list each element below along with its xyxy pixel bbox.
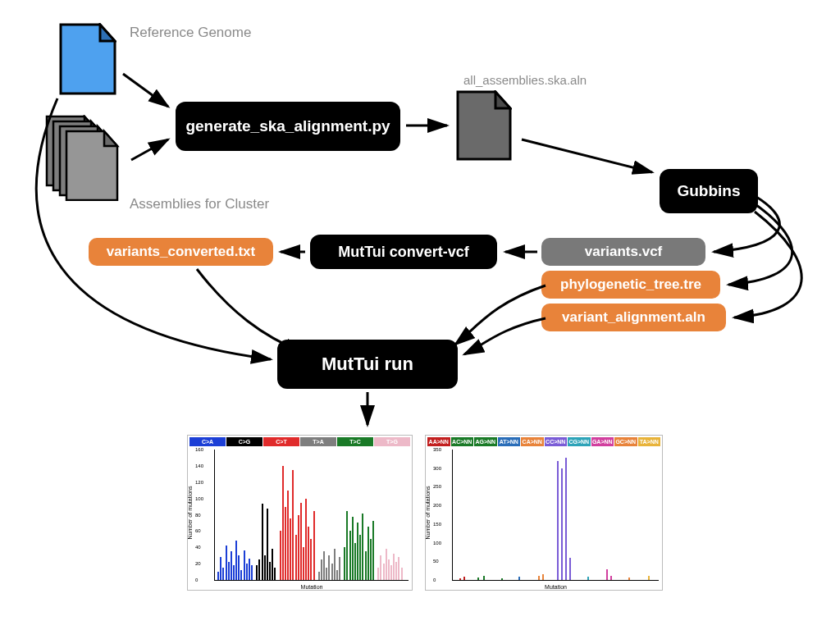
- bar: [606, 569, 608, 580]
- bar: [393, 554, 395, 580]
- bar: [303, 547, 304, 580]
- bar: [483, 576, 485, 580]
- bar: [226, 546, 227, 580]
- bar: [349, 531, 351, 580]
- bar: [256, 565, 258, 580]
- bar: [610, 576, 612, 580]
- bar: [331, 564, 333, 580]
- bar: [233, 565, 235, 580]
- bar: [569, 558, 571, 580]
- bar: [477, 578, 479, 580]
- legend-item: GC>NN: [614, 437, 637, 446]
- bar: [264, 555, 266, 580]
- bar: [258, 559, 260, 580]
- bar: [287, 491, 289, 580]
- bar: [352, 517, 354, 581]
- legend-item: T>C: [337, 437, 373, 446]
- bar: [228, 562, 230, 580]
- variant-aln-node: variant_alignment.aln: [541, 304, 726, 331]
- ref-genome-file-icon: [59, 23, 116, 95]
- svg-line-3: [522, 139, 652, 172]
- generate-ska-node: generate_ska_alignment.py: [176, 102, 400, 151]
- bar: [357, 523, 358, 580]
- bar: [251, 565, 253, 580]
- legend-item: CC>NN: [545, 437, 568, 446]
- bar: [246, 564, 248, 580]
- bar: [336, 570, 338, 580]
- svg-line-0: [123, 74, 168, 107]
- legend-item: T>G: [374, 437, 410, 446]
- legend-item: C>A: [189, 437, 226, 446]
- legend-item: AT>NN: [498, 437, 521, 446]
- bar: [318, 572, 320, 580]
- bar: [538, 576, 540, 580]
- bar: [628, 578, 630, 580]
- legend-item: C>T: [263, 437, 299, 446]
- bar: [518, 577, 520, 580]
- bar: [310, 539, 312, 580]
- legend-item: T>A: [300, 437, 336, 446]
- bar: [285, 507, 286, 580]
- variants-converted-node: variants_converted.txt: [89, 238, 273, 266]
- legend-item: CA>NN: [521, 437, 544, 446]
- bar: [328, 555, 330, 580]
- bar: [267, 509, 268, 580]
- bar: [334, 549, 336, 580]
- bar: [565, 458, 567, 580]
- bar: [323, 551, 325, 580]
- ytick: 350: [433, 447, 441, 452]
- bar: [354, 543, 356, 580]
- bar: [561, 468, 563, 580]
- bar: [339, 557, 340, 580]
- bar: [386, 549, 387, 580]
- bar: [401, 568, 403, 580]
- bar: [459, 578, 461, 580]
- bar: [272, 549, 273, 580]
- ytick: 100: [433, 541, 441, 546]
- ytick: 100: [195, 496, 203, 501]
- bar: [292, 470, 294, 580]
- bar: [388, 559, 390, 580]
- bar: [222, 568, 224, 580]
- ytick: 150: [433, 522, 441, 527]
- ytick: 20: [195, 561, 201, 566]
- bar: [368, 527, 369, 580]
- ytick: 0: [433, 578, 436, 582]
- bar: [344, 547, 345, 580]
- legend-item: AG>NN: [474, 437, 497, 446]
- bar: [244, 550, 245, 580]
- bar: [346, 511, 348, 580]
- bar: [235, 541, 237, 580]
- bar: [217, 572, 219, 580]
- ytick: 50: [433, 559, 439, 564]
- ytick: 40: [195, 545, 201, 550]
- bar: [587, 577, 589, 580]
- assemblies-label: Assemblies for Cluster: [130, 196, 269, 212]
- bar: [370, 539, 372, 580]
- aln-file-label: all_assemblies.ska.aln: [463, 73, 587, 87]
- bar: [231, 551, 232, 580]
- bar: [359, 535, 361, 580]
- bar: [326, 568, 327, 580]
- legend-item: C>G: [226, 437, 262, 446]
- ytick: 140: [195, 463, 203, 468]
- bar: [282, 466, 284, 580]
- bar: [308, 527, 309, 580]
- bar: [269, 562, 271, 580]
- ytick: 0: [195, 578, 198, 582]
- bar: [542, 574, 544, 580]
- ytick: 250: [433, 484, 441, 489]
- muttui-run-node: MutTui run: [277, 340, 458, 389]
- bar: [557, 461, 559, 580]
- ytick: 120: [195, 480, 203, 485]
- phylo-tree-node: phylogenetic_tree.tre: [541, 271, 720, 299]
- ytick: 300: [433, 466, 441, 471]
- bar: [305, 499, 307, 580]
- bar: [300, 503, 302, 580]
- legend-item: GA>NN: [591, 437, 614, 446]
- variants-vcf-node: variants.vcf: [541, 238, 705, 266]
- bar: [321, 559, 322, 580]
- legend-item: AA>NN: [427, 437, 450, 446]
- bar: [362, 514, 363, 580]
- bar: [238, 555, 240, 580]
